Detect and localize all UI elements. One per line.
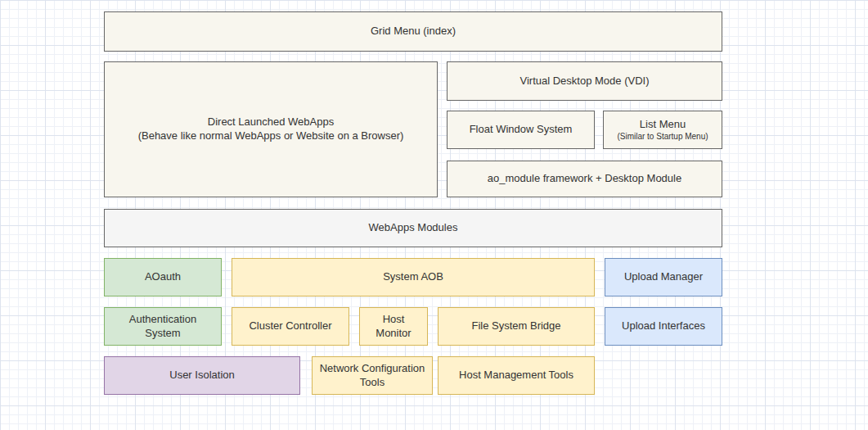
node-system-aob[interactable]: System AOB — [232, 258, 595, 296]
node-direct-launched-webapps-sublabel: (Behave like normal WebApps or Website o… — [138, 129, 404, 143]
node-upload-interfaces[interactable]: Upload Interfaces — [605, 307, 722, 346]
node-network-configuration-tools-label: Network Configuration Tools — [319, 362, 425, 390]
node-float-window-system[interactable]: Float Window System — [447, 111, 595, 149]
node-host-management-tools-label: Host Management Tools — [459, 369, 573, 382]
node-ao-module-framework[interactable]: ao_module framework + Desktop Module — [447, 161, 722, 197]
node-grid-menu-label: Grid Menu (index) — [371, 25, 456, 38]
node-file-system-bridge[interactable]: File System Bridge — [438, 307, 595, 346]
node-host-management-tools[interactable]: Host Management Tools — [438, 356, 595, 395]
node-host-monitor[interactable]: Host Monitor — [359, 307, 428, 346]
node-network-configuration-tools[interactable]: Network Configuration Tools — [312, 356, 433, 395]
node-authentication-system[interactable]: Authentication System — [104, 307, 222, 346]
node-system-aob-label: System AOB — [383, 270, 443, 284]
node-ao-module-framework-label: ao_module framework + Desktop Module — [488, 172, 681, 186]
diagram-canvas: Grid Menu (index) Direct Launched WebApp… — [0, 0, 868, 430]
node-list-menu-sublabel: (Similar to Startup Menu) — [617, 132, 708, 142]
node-aoauth[interactable]: AOauth — [104, 258, 222, 296]
node-cluster-controller-label: Cluster Controller — [249, 319, 331, 333]
node-list-menu-label: List Menu — [640, 118, 686, 132]
node-webapps-modules-label: WebApps Modules — [369, 221, 458, 235]
node-host-monitor-label: Host Monitor — [367, 313, 421, 341]
node-upload-manager-label: Upload Manager — [624, 270, 703, 284]
node-direct-launched-webapps[interactable]: Direct Launched WebApps (Behave like nor… — [104, 61, 438, 197]
node-upload-manager[interactable]: Upload Manager — [605, 258, 722, 296]
node-upload-interfaces-label: Upload Interfaces — [622, 319, 705, 333]
node-virtual-desktop-mode-label: Virtual Desktop Mode (VDI) — [520, 75, 650, 88]
node-aoauth-label: AOauth — [145, 270, 181, 284]
node-file-system-bridge-label: File System Bridge — [471, 319, 560, 333]
node-user-isolation[interactable]: User Isolation — [104, 356, 300, 395]
node-webapps-modules[interactable]: WebApps Modules — [104, 209, 722, 247]
node-grid-menu[interactable]: Grid Menu (index) — [104, 11, 722, 52]
node-list-menu[interactable]: List Menu (Similar to Startup Menu) — [603, 111, 722, 149]
node-cluster-controller[interactable]: Cluster Controller — [232, 307, 349, 346]
node-user-isolation-label: User Isolation — [169, 369, 234, 382]
node-virtual-desktop-mode[interactable]: Virtual Desktop Mode (VDI) — [447, 61, 722, 101]
node-authentication-system-label: Authentication System — [111, 313, 214, 341]
node-float-window-system-label: Float Window System — [470, 123, 573, 137]
node-direct-launched-webapps-label: Direct Launched WebApps — [208, 115, 334, 129]
